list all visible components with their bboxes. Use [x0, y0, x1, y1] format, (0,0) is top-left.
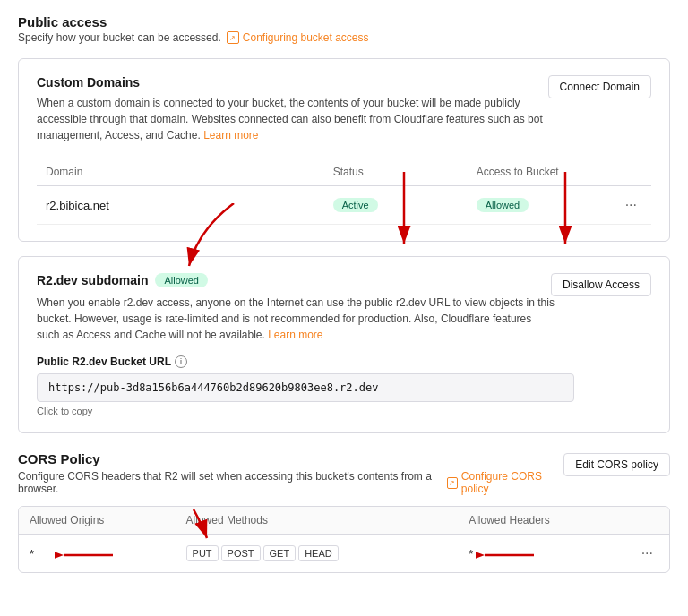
disallow-access-button[interactable]: Disallow Access [551, 273, 651, 296]
custom-domains-desc: When a custom domain is connected to you… [37, 95, 548, 143]
col-headers: Allowed Headers [458, 507, 625, 535]
click-to-copy[interactable]: Click to copy [37, 406, 651, 416]
col-status: Status [324, 158, 468, 186]
access-cell: Allowed [468, 186, 611, 225]
cors-header: CORS Policy Configure CORS headers that … [18, 451, 670, 506]
method-put: PUT [186, 545, 219, 561]
page-subtitle: Specify how your bucket can be accessed.… [18, 31, 670, 44]
configure-cors-link-icon: ↗ [447, 477, 458, 489]
red-arrow-origins [55, 542, 117, 569]
red-arrow-headers [476, 542, 538, 569]
method-head: HEAD [298, 545, 339, 561]
row-actions-button[interactable]: ··· [620, 195, 642, 215]
r2-url-section: Public R2.dev Bucket URL i Click to copy [37, 355, 651, 416]
r2-url-input[interactable] [37, 373, 574, 402]
cors-left: CORS Policy Configure CORS headers that … [18, 451, 563, 506]
custom-domains-card: Custom Domains When a custom domain is c… [18, 58, 670, 242]
cors-row-actions-button[interactable]: ··· [636, 543, 658, 563]
methods-group: PUT POST GET HEAD [186, 545, 448, 561]
cors-subtitle: Configure CORS headers that R2 will set … [18, 470, 563, 495]
custom-domains-content: Custom Domains When a custom domain is c… [37, 75, 548, 143]
cors-section: CORS Policy Configure CORS headers that … [18, 451, 670, 573]
origins-cell: * [19, 535, 176, 573]
r2-url-label: Public R2.dev Bucket URL i [37, 355, 651, 368]
config-link[interactable]: ↗ Configuring bucket access [227, 31, 369, 44]
cors-title: CORS Policy [18, 451, 563, 466]
page-header: Public access Specify how your bucket ca… [18, 14, 670, 44]
r2-allowed-badge: Allowed [155, 273, 208, 287]
cors-table: Allowed Origins Allowed Methods Allowed … [18, 506, 670, 573]
methods-cell: PUT POST GET HEAD [176, 535, 459, 573]
table-row: r2.bibica.net Active Allowed ··· [37, 186, 651, 225]
method-get: GET [263, 545, 297, 561]
custom-domains-title: Custom Domains [37, 75, 548, 90]
col-actions [611, 158, 651, 186]
headers-cell: * [458, 535, 625, 573]
configure-cors-link[interactable]: ↗ Configure CORS policy [447, 470, 564, 495]
domain-cell: r2.bibica.net [37, 186, 324, 225]
method-post: POST [221, 545, 261, 561]
domains-table: Domain Status Access to Bucket r2.bibica… [37, 158, 651, 225]
cors-table-inner: Allowed Origins Allowed Methods Allowed … [19, 507, 669, 572]
info-icon: i [175, 355, 187, 368]
r2-description: When you enable r2.dev access, anyone on… [37, 295, 556, 343]
r2-learn-more[interactable]: Learn more [268, 329, 322, 341]
status-cell: Active [324, 186, 468, 225]
col-access: Access to Bucket [468, 158, 611, 186]
page-container: Public access Specify how your bucket ca… [18, 14, 670, 573]
custom-domains-learn-more[interactable]: Learn more [203, 129, 258, 141]
r2-title: R2.dev subdomain [37, 273, 148, 287]
cors-actions-cell: ··· [625, 535, 669, 573]
custom-domains-header: Custom Domains When a custom domain is c… [37, 75, 651, 143]
status-badge: Active [333, 198, 378, 212]
cors-header-row: Allowed Origins Allowed Methods Allowed … [19, 507, 669, 535]
col-cors-actions [625, 507, 669, 535]
external-link-icon: ↗ [227, 31, 239, 44]
access-badge: Allowed [477, 198, 529, 212]
connect-domain-button[interactable]: Connect Domain [548, 75, 651, 98]
r2-button-row: Disallow Access [551, 273, 651, 296]
col-domain: Domain [37, 158, 324, 186]
r2-subdomain-section: R2.dev subdomain Allowed When you enable… [18, 256, 670, 433]
cors-table-row: * [19, 535, 669, 573]
table-header-row: Domain Status Access to Bucket [37, 158, 651, 186]
col-origins: Allowed Origins [19, 507, 176, 535]
edit-cors-button[interactable]: Edit CORS policy [563, 453, 670, 476]
page-title: Public access [18, 14, 670, 30]
actions-cell: ··· [611, 186, 651, 225]
col-methods: Allowed Methods [176, 507, 459, 535]
